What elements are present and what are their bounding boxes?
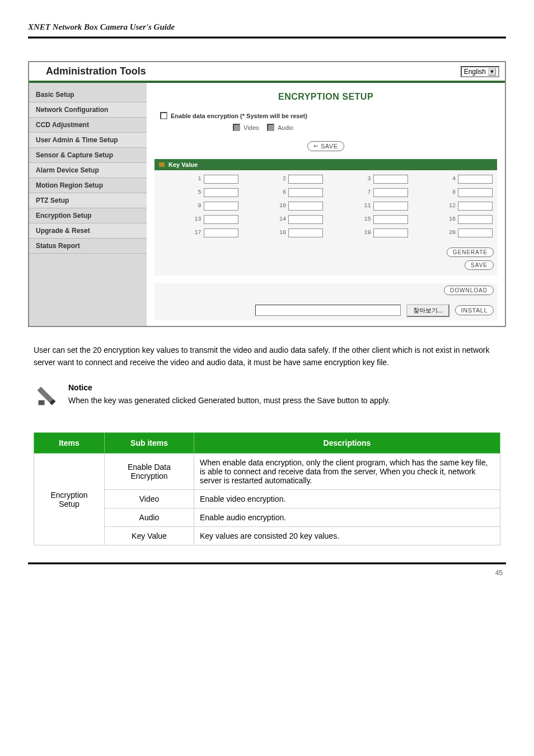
sidebar-item-network-configuration[interactable]: Network Configuration <box>29 102 147 118</box>
kv-input-12[interactable] <box>458 202 493 211</box>
notice-block: Notice When the key was generated clicke… <box>34 383 500 410</box>
th-subitems: Sub items <box>105 433 194 454</box>
kv-input-9[interactable] <box>204 202 238 211</box>
sidebar-item-alarm-device[interactable]: Alarm Device Setup <box>29 163 147 178</box>
kv-input-8[interactable] <box>458 188 493 197</box>
cell-subitem: Video <box>105 490 194 508</box>
save-button-label: SAVE <box>321 143 338 150</box>
kv-num: 11 <box>364 203 371 209</box>
cell-items: Encryption Setup <box>34 454 105 545</box>
th-items: Items <box>34 433 105 454</box>
cell-subitem: Key Value <box>105 527 194 545</box>
generate-button-label: GENERATE <box>453 249 488 255</box>
audio-checkbox[interactable] <box>267 124 274 131</box>
download-button-label: DOWNLOAD <box>450 287 488 293</box>
notice-body: When the key was generated clicked Gener… <box>68 394 390 407</box>
kv-input-10[interactable] <box>288 202 323 211</box>
notice-head: Notice <box>68 383 390 392</box>
key-value-header: Key Value <box>154 159 497 170</box>
kv-input-3[interactable] <box>373 175 408 184</box>
sidebar-item-ccd-adjustment[interactable]: CCD Adjustment <box>29 118 147 133</box>
download-button[interactable]: DOWNLOAD <box>444 286 494 295</box>
kv-num: 6 <box>283 189 286 195</box>
key-value-grid: 1 2 3 4 5 6 7 8 9 10 11 12 13 14 15 16 1 <box>154 170 497 242</box>
kv-input-20[interactable] <box>458 228 493 237</box>
cell-desc: Enable audio encryption. <box>194 508 500 527</box>
chevron-down-icon: ▼ <box>488 68 496 76</box>
enable-encryption-checkbox[interactable] <box>160 112 167 119</box>
kv-num: 18 <box>279 230 286 236</box>
kv-input-14[interactable] <box>288 215 323 224</box>
install-button-label: INSTALL <box>461 307 488 314</box>
sidebar-item-motion-region[interactable]: Motion Region Setup <box>29 178 147 193</box>
sidebar-item-user-admin-time[interactable]: User Admin & Time Setup <box>29 133 147 148</box>
language-value: English <box>464 68 486 76</box>
install-button[interactable]: INSTALL <box>455 305 494 315</box>
sidebar-item-status-report[interactable]: Status Report <box>29 239 147 254</box>
video-label: Video <box>243 124 259 131</box>
kv-num: 9 <box>198 203 201 209</box>
kv-num: 8 <box>452 189 456 195</box>
kv-num: 20 <box>449 230 456 236</box>
generate-button[interactable]: GENERATE <box>447 248 494 257</box>
kv-num: 3 <box>367 176 371 182</box>
kv-num: 19 <box>364 230 371 236</box>
kv-input-5[interactable] <box>204 188 238 197</box>
kv-input-6[interactable] <box>288 188 323 197</box>
kv-num: 5 <box>198 189 201 195</box>
sidebar-item-upgrade-reset[interactable]: Upgrade & Reset <box>29 223 147 239</box>
sidebar-item-ptz-setup[interactable]: PTZ Setup <box>29 193 147 208</box>
footer-rule <box>28 562 506 564</box>
video-checkbox[interactable] <box>233 124 240 131</box>
audio-label: Audio <box>278 124 293 131</box>
sidebar-item-sensor-capture[interactable]: Sensor & Capture Setup <box>29 148 147 163</box>
cell-desc: Key values are consisted 20 key values. <box>194 527 500 545</box>
admin-header-title: Administration Tools <box>35 66 146 77</box>
kv-input-11[interactable] <box>373 202 408 211</box>
kv-input-2[interactable] <box>288 175 323 184</box>
kv-input-15[interactable] <box>373 215 408 224</box>
kv-num: 14 <box>279 216 286 222</box>
kv-num: 4 <box>452 176 456 182</box>
cell-subitem: Enable Data Encryption <box>105 454 194 490</box>
save-button[interactable]: ⇐ SAVE <box>307 141 344 151</box>
kv-num: 15 <box>364 216 371 222</box>
kv-num: 7 <box>367 189 371 195</box>
sidebar: Basic Setup Network Configuration CCD Ad… <box>29 83 147 326</box>
browse-button[interactable]: 찾아보기... <box>406 304 449 317</box>
table-row: Encryption Setup Enable Data Encryption … <box>34 454 500 490</box>
kv-input-17[interactable] <box>204 228 238 237</box>
enable-encryption-label: Enable data encryption (* System will be… <box>171 113 307 119</box>
body-paragraph: User can set the 20 encryption key value… <box>34 344 500 369</box>
language-select[interactable]: English ▼ <box>461 66 499 77</box>
sidebar-item-encryption-setup[interactable]: Encryption Setup <box>29 208 147 223</box>
kv-input-4[interactable] <box>458 175 493 184</box>
page-number: 45 <box>28 569 506 577</box>
sidebar-item-basic-setup[interactable]: Basic Setup <box>29 87 147 102</box>
file-path-input[interactable] <box>255 305 401 316</box>
kv-input-7[interactable] <box>373 188 408 197</box>
cell-subitem: Audio <box>105 508 194 527</box>
kv-input-16[interactable] <box>458 215 493 224</box>
kv-num: 17 <box>194 230 201 236</box>
kv-input-19[interactable] <box>373 228 408 237</box>
admin-screenshot: Administration Tools English ▼ Basic Set… <box>28 61 506 327</box>
kv-num: 12 <box>449 203 456 209</box>
kv-num: 1 <box>198 176 201 182</box>
save-button-2[interactable]: SAVE <box>465 260 494 270</box>
kv-input-13[interactable] <box>204 215 238 224</box>
doc-title: XNET Network Box Camera User's Guide <box>28 22 506 32</box>
save-button-2-label: SAVE <box>471 262 488 268</box>
key-value-icon <box>159 162 165 167</box>
content-title: ENCRYPTION SETUP <box>154 92 497 102</box>
admin-header: Administration Tools English ▼ <box>29 62 505 83</box>
kv-input-1[interactable] <box>204 175 238 184</box>
key-value-label: Key Value <box>168 161 198 168</box>
kv-num: 16 <box>449 216 456 222</box>
description-table: Items Sub items Descriptions Encryption … <box>34 432 500 545</box>
kv-num: 10 <box>279 203 286 209</box>
notice-pencil-icon <box>34 383 60 410</box>
kv-input-18[interactable] <box>288 228 323 237</box>
cell-desc: When enable data encryption, only the cl… <box>194 454 500 490</box>
header-rule <box>28 36 506 39</box>
